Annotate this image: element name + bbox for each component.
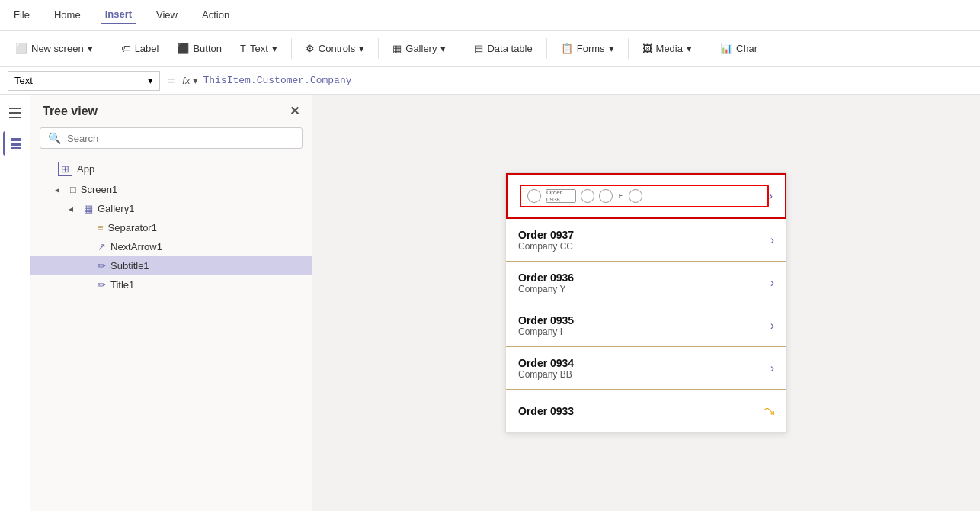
row-3-subtitle: Company I	[518, 326, 770, 337]
menu-bar: File Home Insert View Action	[0, 0, 980, 31]
new-screen-button[interactable]: ⬜ New screen ▾	[8, 39, 101, 58]
divider-6	[628, 38, 629, 59]
close-icon[interactable]: ✕	[290, 104, 299, 118]
button-icon: ⬛	[177, 43, 189, 54]
row-3-arrow[interactable]: ›	[770, 319, 774, 333]
tree-item-gallery1[interactable]: ◂ ▦ Gallery1	[30, 199, 312, 218]
tree-view: ⊞ App ◂ □ Screen1 ◂ ▦ Gallery1 ≡ Separat…	[30, 155, 312, 511]
svg-rect-3	[11, 138, 21, 141]
menu-action[interactable]: Action	[197, 6, 234, 24]
new-screen-icon: ⬜	[15, 43, 27, 54]
expand-gallery1-icon: ◂	[69, 204, 79, 214]
gallery-row-1[interactable]: Order 0937 Company CC ›	[506, 219, 786, 262]
gallery-row-5[interactable]: Order 0933 ⤵	[506, 390, 786, 432]
row-0-content: Order 0938 F	[520, 185, 769, 207]
row-2-arrow[interactable]: ›	[770, 276, 774, 290]
data-table-button[interactable]: ▤ Data table	[466, 39, 540, 58]
subtitle-icon: ✏	[98, 260, 106, 272]
row-1-content: Order 0937 Company CC	[518, 229, 770, 252]
media-icon: 🖼	[642, 43, 652, 54]
formula-input[interactable]: ThisItem.Customer.Company	[203, 75, 972, 86]
hamburger-icon[interactable]	[3, 101, 27, 125]
media-button[interactable]: 🖼 Media ▾	[635, 39, 700, 58]
row-4-content: Order 0934 Company BB	[518, 357, 770, 380]
tree-item-title1[interactable]: ✏ Title1	[30, 275, 312, 294]
text-button[interactable]: T Text ▾	[232, 39, 285, 58]
next-arrow-icon: ↗	[98, 241, 106, 252]
label-icon: 🏷	[121, 43, 131, 54]
svg-rect-2	[9, 117, 21, 118]
forms-icon: 📋	[561, 43, 573, 54]
search-input[interactable]	[67, 133, 294, 144]
row-5-content: Order 0933	[518, 405, 767, 417]
tree-item-separator1[interactable]: ≡ Separator1	[30, 218, 312, 237]
data-table-icon: ▤	[474, 43, 483, 54]
tree-label-app: App	[77, 163, 94, 175]
row-4-title: Order 0934	[518, 357, 770, 369]
divider-4	[460, 38, 460, 59]
menu-insert[interactable]: Insert	[101, 5, 136, 24]
label-button[interactable]: 🏷 Label	[114, 39, 167, 58]
canvas-area: Order 0938 F › Order 0937 Compan	[312, 95, 980, 511]
forms-button[interactable]: 📋 Forms ▾	[553, 39, 622, 58]
gallery-widget: Order 0938 F › Order 0937 Compan	[505, 172, 787, 433]
app-icon: ⊞	[58, 162, 72, 176]
gallery-row-4[interactable]: Order 0934 Company BB ›	[506, 347, 786, 390]
chart-button[interactable]: 📊 Char	[713, 39, 765, 58]
tree-label-separator1: Separator1	[108, 222, 157, 233]
fx-dropdown-icon[interactable]: ▾	[193, 75, 198, 86]
row-2-content: Order 0936 Company Y	[518, 272, 770, 294]
svg-rect-5	[11, 147, 21, 149]
gallery-row-selected[interactable]: Order 0938 F ›	[506, 173, 786, 219]
media-chevron-icon: ▾	[687, 43, 692, 54]
sidebar: Tree view ✕ 🔍 ⊞ App ◂ □ Screen1 ◂ ▦	[30, 95, 312, 511]
controls-button[interactable]: ⚙ Controls ▾	[298, 39, 372, 58]
ctrl-circle-4[interactable]	[629, 189, 642, 203]
row-0-controls: Order 0938 F	[520, 185, 769, 207]
text-chevron-icon: ▾	[272, 43, 277, 54]
tree-item-nextarrow1[interactable]: ↗ NextArrow1	[30, 237, 312, 256]
sidebar-title: Tree view	[43, 104, 98, 118]
row-1-arrow[interactable]: ›	[770, 233, 774, 247]
divider-1	[107, 38, 107, 59]
equals-sign: =	[165, 74, 178, 88]
layers-icon[interactable]	[3, 131, 27, 156]
ctrl-circle-2[interactable]	[581, 189, 594, 203]
menu-file[interactable]: File	[9, 6, 34, 24]
controls-icon: ⚙	[306, 43, 315, 54]
gallery-row-2[interactable]: Order 0936 Company Y ›	[506, 262, 786, 304]
sidebar-header: Tree view ✕	[30, 95, 312, 127]
menu-view[interactable]: View	[152, 6, 182, 24]
chevron-down-icon: ▾	[88, 43, 93, 54]
title-icon: ✏	[98, 279, 106, 291]
fx-icon: fx	[182, 75, 190, 86]
row-0-arrow[interactable]: ›	[769, 189, 773, 203]
row-3-content: Order 0935 Company I	[518, 314, 770, 337]
button-button[interactable]: ⬛ Button	[169, 39, 229, 58]
gallery-button[interactable]: ▦ Gallery ▾	[385, 39, 453, 58]
gallery-tree-icon: ▦	[84, 203, 93, 214]
gallery-row-0[interactable]: Order 0938 F ›	[508, 175, 785, 217]
row-5-title: Order 0933	[518, 405, 767, 417]
gallery-row-3[interactable]: Order 0935 Company I ›	[506, 304, 786, 347]
row-4-arrow[interactable]: ›	[770, 362, 774, 375]
tree-item-screen1[interactable]: ◂ □ Screen1	[30, 180, 312, 199]
text-icon: T	[240, 43, 246, 54]
fx-area: fx ▾	[182, 75, 198, 86]
property-selector[interactable]: Text ▾	[8, 71, 160, 91]
ctrl-circle-3[interactable]	[599, 189, 613, 203]
tree-item-app[interactable]: ⊞ App	[30, 158, 312, 180]
svg-rect-4	[11, 143, 21, 146]
svg-rect-0	[9, 108, 21, 109]
ctrl-circle-1[interactable]	[527, 189, 541, 203]
toolbar: ⬜ New screen ▾ 🏷 Label ⬛ Button T Text ▾…	[0, 31, 980, 67]
formula-bar: Text ▾ = fx ▾ ThisItem.Customer.Company	[0, 67, 980, 95]
ctrl-rect[interactable]: Order 0938	[546, 189, 576, 203]
tree-label-gallery1: Gallery1	[98, 203, 134, 214]
menu-home[interactable]: Home	[50, 6, 85, 24]
row-1-subtitle: Company CC	[518, 241, 770, 252]
gallery-icon: ▦	[392, 43, 402, 54]
tree-label-title1: Title1	[110, 279, 134, 291]
tree-item-subtitle1[interactable]: ✏ Subtitle1	[30, 256, 312, 275]
screen-icon: □	[70, 184, 76, 195]
